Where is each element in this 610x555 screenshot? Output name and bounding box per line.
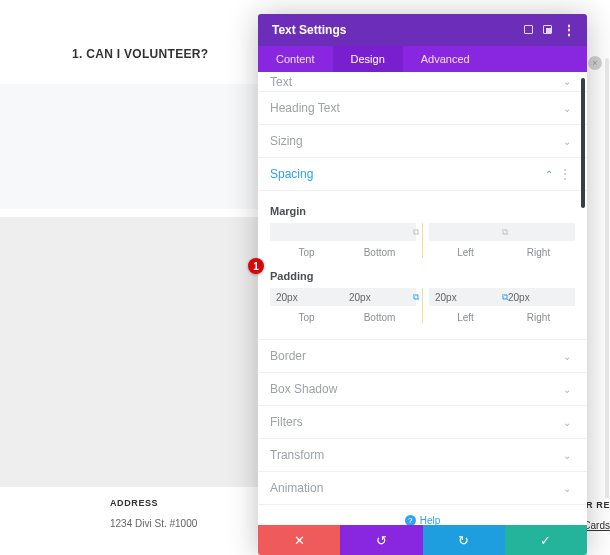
redo-button[interactable]: ↻ (423, 525, 505, 555)
modal-body: Text ⌄ Heading Text ⌄ Sizing ⌄ Spacing ⌃… (258, 72, 587, 525)
side-label: Left (457, 247, 474, 258)
chevron-down-icon: ⌄ (563, 76, 571, 87)
padding-right-input[interactable] (502, 288, 575, 306)
section-label: Transform (270, 448, 563, 462)
section-label: Box Shadow (270, 382, 563, 396)
modal-tabs: Content Design Advanced (258, 46, 587, 72)
section-sizing[interactable]: Sizing ⌄ (258, 125, 587, 158)
modal-title: Text Settings (272, 23, 524, 37)
modal-menu-icon[interactable] (562, 30, 577, 31)
spacing-panel: Margin ⧉ Top Bottom ⧉ (258, 191, 587, 340)
section-text[interactable]: Text ⌄ (258, 72, 587, 92)
margin-bottom-input[interactable] (343, 223, 416, 241)
side-label: Top (298, 247, 314, 258)
callout-badge-1: 1 (248, 258, 264, 274)
padding-left-input[interactable] (429, 288, 502, 306)
save-button[interactable]: ✓ (505, 525, 587, 555)
chevron-down-icon: ⌄ (563, 483, 571, 494)
bg-band (0, 84, 258, 209)
chevron-up-icon: ⌃ (545, 169, 553, 180)
section-filters[interactable]: Filters ⌄ (258, 406, 587, 439)
section-label: Heading Text (270, 101, 563, 115)
footer-address-value: 1234 Divi St. #1000 (110, 518, 197, 529)
padding-label: Padding (270, 270, 575, 282)
chevron-down-icon: ⌄ (563, 351, 571, 362)
tab-advanced[interactable]: Advanced (403, 46, 488, 72)
section-label: Filters (270, 415, 563, 429)
side-label: Right (527, 312, 550, 323)
snap-icon[interactable] (543, 24, 552, 36)
chevron-down-icon: ⌄ (563, 417, 571, 428)
section-label: Text (270, 75, 563, 89)
section-heading-text[interactable]: Heading Text ⌄ (258, 92, 587, 125)
footer-address-title: ADDRESS (110, 498, 197, 508)
undo-button[interactable]: ↺ (340, 525, 422, 555)
side-label: Top (298, 312, 314, 323)
side-label: Left (457, 312, 474, 323)
text-settings-modal: Text Settings Content Design Advanced Te… (258, 14, 587, 555)
modal-footer: ✕ ↺ ↻ ✓ (258, 525, 587, 555)
section-label: Sizing (270, 134, 563, 148)
modal-scrollbar[interactable] (581, 78, 585, 208)
section-spacing[interactable]: Spacing ⌃ (258, 158, 587, 191)
side-label: Bottom (364, 247, 396, 258)
section-label: Spacing (270, 167, 545, 181)
chevron-down-icon: ⌄ (563, 384, 571, 395)
link-icon[interactable]: ⧉ (413, 227, 419, 238)
tab-content[interactable]: Content (258, 46, 333, 72)
chevron-down-icon: ⌄ (563, 450, 571, 461)
page-scrollbar[interactable] (605, 58, 609, 508)
margin-top-input[interactable] (270, 223, 343, 241)
help-label: Help (420, 515, 441, 525)
padding-bottom-input[interactable] (343, 288, 416, 306)
modal-header[interactable]: Text Settings (258, 14, 587, 46)
margin-right-input[interactable] (502, 223, 575, 241)
section-transform[interactable]: Transform ⌄ (258, 439, 587, 472)
tab-design[interactable]: Design (333, 46, 403, 72)
section-box-shadow[interactable]: Box Shadow ⌄ (258, 373, 587, 406)
chevron-down-icon: ⌄ (563, 103, 571, 114)
side-label: Right (527, 247, 550, 258)
padding-top-input[interactable] (270, 288, 343, 306)
link-icon[interactable]: ⧉ (502, 292, 508, 303)
section-border[interactable]: Border ⌄ (258, 340, 587, 373)
page-heading: 1. CAN I VOLUNTEER? (72, 47, 208, 61)
link-icon[interactable]: ⧉ (413, 292, 419, 303)
section-label: Border (270, 349, 563, 363)
help-link[interactable]: ? Help (258, 505, 587, 525)
bg-band (0, 217, 258, 487)
side-label: Bottom (364, 312, 396, 323)
chevron-down-icon: ⌄ (563, 136, 571, 147)
help-icon: ? (405, 515, 416, 525)
section-menu-icon[interactable] (559, 167, 571, 181)
section-animation[interactable]: Animation ⌄ (258, 472, 587, 505)
close-icon[interactable]: × (588, 56, 602, 70)
margin-label: Margin (270, 205, 575, 217)
expand-icon[interactable] (524, 24, 533, 36)
margin-left-input[interactable] (429, 223, 502, 241)
cancel-button[interactable]: ✕ (258, 525, 340, 555)
link-icon[interactable]: ⧉ (502, 227, 508, 238)
section-label: Animation (270, 481, 563, 495)
